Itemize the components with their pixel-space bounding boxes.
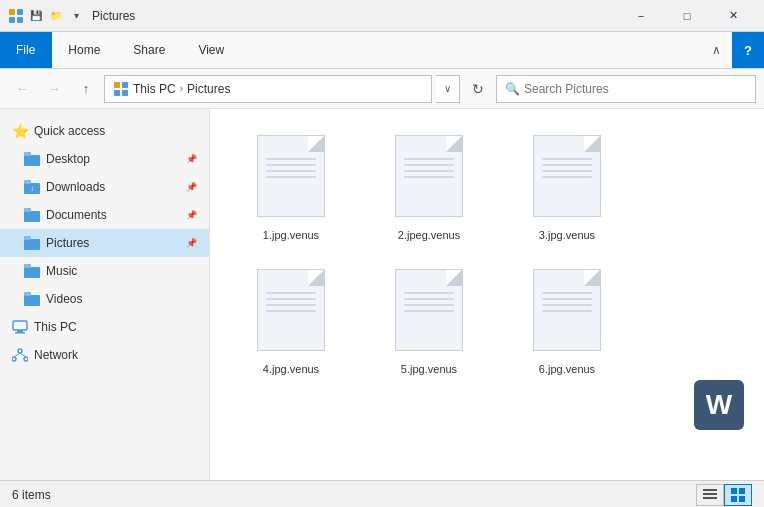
svg-rect-32 (731, 488, 737, 494)
file-item[interactable]: 1.jpg.venus (226, 125, 356, 251)
file-item[interactable]: 3.jpg.venus (502, 125, 632, 251)
breadcrumb-current[interactable]: Pictures (187, 82, 230, 96)
svg-rect-14 (24, 208, 31, 212)
tab-share[interactable]: Share (117, 32, 182, 68)
svg-rect-34 (731, 496, 737, 502)
pin-icon-documents: 📌 (186, 210, 197, 220)
grid-view-button[interactable] (724, 484, 752, 506)
file-name: 3.jpg.venus (539, 229, 595, 241)
ribbon-tabs: File Home Share View ∧ ? (0, 32, 764, 68)
file-item[interactable]: 6.jpg.venus (502, 259, 632, 385)
file-name: 4.jpg.venus (263, 363, 319, 375)
svg-rect-35 (739, 496, 745, 502)
svg-rect-2 (9, 17, 15, 23)
minimize-button[interactable]: − (618, 0, 664, 32)
svg-rect-7 (122, 90, 128, 96)
sidebar-item-network[interactable]: Network (0, 341, 209, 369)
folder-icon[interactable]: 📁 (48, 8, 64, 24)
maximize-button[interactable]: □ (664, 0, 710, 32)
file-icon (389, 135, 469, 225)
svg-rect-18 (24, 264, 31, 268)
pin-dropdown-icon[interactable]: ▾ (68, 8, 84, 24)
svg-rect-30 (703, 493, 717, 495)
doc-lines (404, 158, 454, 182)
sidebar-item-downloads[interactable]: ↓ Downloads 📌 (0, 173, 209, 201)
close-button[interactable]: ✕ (710, 0, 756, 32)
pin-icon-downloads: 📌 (186, 182, 197, 192)
sidebar-label-desktop: Desktop (46, 152, 90, 166)
file-item[interactable]: 2.jpeg.venus (364, 125, 494, 251)
file-item[interactable]: 5.jpg.venus (364, 259, 494, 385)
svg-rect-3 (17, 17, 23, 23)
doc-lines (404, 292, 454, 316)
ribbon-collapse-button[interactable]: ∧ (700, 32, 732, 68)
videos-folder-icon (24, 291, 40, 307)
sidebar-label-videos: Videos (46, 292, 82, 306)
breadcrumb-this-pc[interactable]: This PC (133, 82, 176, 96)
up-button[interactable]: ↑ (72, 75, 100, 103)
file-icon (251, 135, 331, 225)
downloads-folder-icon: ↓ (24, 179, 40, 195)
sidebar-item-music[interactable]: Music (0, 257, 209, 285)
title-bar: 💾 📁 ▾ Pictures − □ ✕ (0, 0, 764, 32)
svg-line-27 (14, 353, 20, 357)
list-view-button[interactable] (696, 484, 724, 506)
music-folder-icon (24, 263, 40, 279)
svg-rect-31 (703, 497, 717, 499)
status-bar: 6 items (0, 480, 764, 507)
star-icon: ⭐ (12, 123, 28, 139)
title-bar-icons: 💾 📁 ▾ (8, 8, 84, 24)
svg-point-24 (18, 349, 22, 353)
svg-rect-6 (114, 90, 120, 96)
main-layout: ⭐ Quick access Desktop 📌 ↓ Downloads 📌 D… (0, 109, 764, 480)
files-grid: 1.jpg.venus 2.jpeg.venus (226, 125, 748, 385)
address-dropdown-button[interactable]: ∨ (436, 75, 460, 103)
address-bar: ← → ↑ This PC › Pictures ∨ ↻ 🔍 (0, 69, 764, 109)
sidebar-label-pictures: Pictures (46, 236, 89, 250)
tab-file[interactable]: File (0, 32, 52, 68)
svg-rect-0 (9, 9, 15, 15)
pin-icon-desktop: 📌 (186, 154, 197, 164)
sidebar-label-music: Music (46, 264, 77, 278)
svg-point-26 (24, 357, 28, 361)
sidebar-item-quick-access[interactable]: ⭐ Quick access (0, 117, 209, 145)
pictures-folder-icon (24, 235, 40, 251)
back-button[interactable]: ← (8, 75, 36, 103)
svg-rect-9 (24, 152, 31, 156)
sidebar-item-pictures[interactable]: Pictures 📌 (0, 229, 209, 257)
search-box[interactable]: 🔍 (496, 75, 756, 103)
sidebar-label-documents: Documents (46, 208, 107, 222)
file-name: 1.jpg.venus (263, 229, 319, 241)
svg-text:↓: ↓ (30, 184, 34, 193)
sidebar-item-documents[interactable]: Documents 📌 (0, 201, 209, 229)
desktop-folder-icon (24, 151, 40, 167)
doc-shape (257, 135, 325, 217)
svg-rect-5 (122, 82, 128, 88)
svg-rect-8 (24, 155, 40, 166)
view-toggle (696, 484, 752, 506)
search-input[interactable] (524, 82, 747, 96)
tab-home[interactable]: Home (52, 32, 117, 68)
breadcrumb-sep: › (180, 83, 183, 94)
file-item[interactable]: 4.jpg.venus (226, 259, 356, 385)
sidebar-item-this-pc[interactable]: This PC (0, 313, 209, 341)
sidebar-label-this-pc: This PC (34, 320, 77, 334)
sidebar-item-desktop[interactable]: Desktop 📌 (0, 145, 209, 173)
svg-rect-20 (24, 292, 31, 296)
doc-lines (542, 158, 592, 182)
sidebar-item-videos[interactable]: Videos (0, 285, 209, 313)
svg-rect-19 (24, 295, 40, 306)
pin-icon-pictures: 📌 (186, 238, 197, 248)
ribbon-help-button[interactable]: ? (732, 32, 764, 68)
refresh-button[interactable]: ↻ (464, 75, 492, 103)
svg-rect-4 (114, 82, 120, 88)
file-name: 5.jpg.venus (401, 363, 457, 375)
save-icon[interactable]: 💾 (28, 8, 44, 24)
address-path[interactable]: This PC › Pictures (104, 75, 432, 103)
tab-view[interactable]: View (182, 32, 241, 68)
item-count: 6 items (12, 488, 51, 502)
forward-button[interactable]: → (40, 75, 68, 103)
sidebar: ⭐ Quick access Desktop 📌 ↓ Downloads 📌 D… (0, 109, 210, 480)
documents-folder-icon (24, 207, 40, 223)
title-bar-controls: − □ ✕ (618, 0, 756, 32)
